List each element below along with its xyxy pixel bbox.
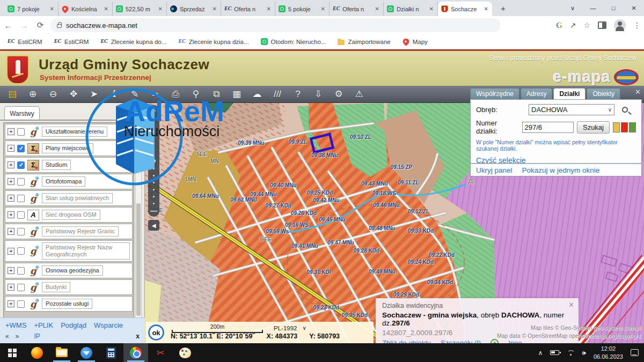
layer-checkbox[interactable] [17,145,25,152]
panel-close-button[interactable]: x [136,333,140,340]
ok-button[interactable]: ok [148,324,164,341]
bookmark-item[interactable]: EstiCRM [54,38,89,45]
layer-checkbox[interactable] [17,195,25,202]
bookmark-item[interactable]: Mapy [402,38,428,45]
tab-search-icon[interactable]: ∨ [562,5,583,12]
footer-link[interactable]: Podgląd [61,321,86,329]
scrollbar-thumb[interactable] [136,203,141,316]
layer-row[interactable]: +gOrtofotomapa [5,174,133,189]
layer-checkbox[interactable] [17,128,25,136]
zoom-level-dot[interactable] [153,189,155,190]
ip-link[interactable]: IP [34,333,40,340]
layer-row[interactable]: +ASieć drogowa OSM [5,207,133,223]
tab-obiekty[interactable]: Obiekty [587,88,620,99]
search-icon[interactable] [622,107,628,113]
volume-icon[interactable]: 🕪 [582,349,586,357]
print-icon[interactable]: ⎙ [170,89,181,100]
tab-warstwy[interactable]: Warstwy [4,106,40,120]
reload-icon[interactable]: ⟳ [32,20,48,30]
tab-close-icon[interactable]: ✕ [266,6,272,12]
expand-icon[interactable]: + [8,145,14,152]
layer-row[interactable]: +gPozostałe usługi [5,296,133,312]
menu-dots-icon[interactable]: ⋮ [633,21,641,29]
zoom-level-dot[interactable] [153,168,155,169]
back-icon[interactable]: ← [0,21,16,30]
expand-icon[interactable]: + [8,211,14,218]
browser-tab[interactable]: Oferta n✕ [330,2,384,16]
szukaj-button[interactable]: Szukaj [577,121,610,134]
zoom-in-icon[interactable]: ⊕ [27,88,39,100]
bookmark-item[interactable]: Otodom: Nierucho... [261,38,326,45]
tab-close-icon[interactable]: ✕ [49,6,55,12]
info-icon[interactable]: ℹ [108,88,120,100]
forward-icon[interactable]: → [16,21,32,30]
zoom-slider[interactable]: + — [148,105,159,217]
zoom-level-dot[interactable] [153,124,155,126]
tab-close-icon[interactable]: ✕ [320,6,326,12]
close-button[interactable]: ✕ [624,5,644,12]
hide-panel-link[interactable]: Ukryj panel [476,166,513,174]
layer-row[interactable]: +gPaństwowy Rejestr Nazw Geograficznych [5,240,133,262]
expand-icon[interactable]: + [8,267,14,274]
side-panel-icon[interactable] [598,21,606,29]
taskbar-clock[interactable]: 12:02 06.06.2023 [594,345,623,360]
browser-tab[interactable]: Działki n✕ [384,2,438,16]
tab-close-icon[interactable]: ✕ [212,6,217,12]
layer-row[interactable]: +ΣStudium [5,157,133,173]
layer-checkbox[interactable] [17,267,25,275]
layer-checkbox[interactable] [17,178,25,186]
expand-icon[interactable]: + [8,128,14,135]
expand-icon[interactable]: + [8,248,14,255]
zoom-level-dot[interactable] [153,131,155,133]
expand-icon[interactable]: + [8,161,14,168]
layer-row[interactable]: +gPaństwowy Rejestr Granic [5,224,133,239]
tab-działki[interactable]: Działki [553,88,586,99]
google-icon[interactable]: G [556,21,562,30]
bookmark-item[interactable]: EstiCRM [8,38,42,45]
expand-icon[interactable]: + [8,195,14,202]
explorer-icon[interactable] [49,343,74,362]
tab-close-icon[interactable]: ✕ [429,6,434,12]
settings-icon[interactable]: ⚙ [333,88,345,100]
footer-link[interactable]: Wsparcie [94,321,123,329]
expand-icon[interactable]: + [8,178,14,185]
nav-next-button[interactable]: » [16,333,19,340]
zoom-level-dot[interactable] [153,152,155,154]
info-panel-close-icon[interactable]: ✕ [568,301,574,309]
expand-icon[interactable]: + [8,284,14,291]
measure-icon[interactable]: /// [272,89,283,100]
search-panel-close-icon[interactable]: ✕ [635,88,641,96]
zoom-level-dot[interactable] [153,138,155,140]
tray-caret-icon[interactable]: ∧ [538,349,543,357]
nav-prev-button[interactable]: « [5,333,9,340]
download-icon[interactable]: ⇩ [312,88,324,100]
chrome-icon[interactable] [123,343,148,362]
wifi-icon[interactable] [567,350,574,356]
bookmark-item[interactable]: Zlecenie kupna do... [100,38,166,45]
layer-checkbox[interactable] [17,284,25,291]
layer-checkbox[interactable] [17,211,25,219]
zoom-level-dot[interactable] [153,117,155,119]
layer-row[interactable]: +gStan usług powiatowych [5,190,133,206]
tab-close-icon[interactable]: ✕ [484,6,489,12]
zoom-level-dot[interactable] [153,175,155,176]
snipping-tool-icon[interactable]: ✂ [148,343,173,362]
zoom-levels[interactable] [152,115,156,207]
link-icon[interactable]: ∞ [149,89,161,100]
calculator-icon[interactable] [99,343,123,362]
single-window-link[interactable]: Pokazuj w jednym oknie [522,166,600,174]
footer-link[interactable]: +WMS [5,321,26,329]
tab-współrzędne[interactable]: Współrzędne [470,88,519,99]
share-icon[interactable]: ↗ [570,21,576,29]
firefox-icon[interactable] [25,343,49,362]
url-field[interactable]: sochaczew.e-mapa.net [50,18,500,32]
browser-tab[interactable]: Oferta n✕ [221,2,275,16]
tab-close-icon[interactable]: ✕ [104,6,109,12]
zoom-level-dot[interactable] [153,203,155,204]
bookmark-item[interactable]: Zaimportowane [338,39,390,45]
layer-checkbox[interactable] [17,300,25,308]
layer-checkbox[interactable] [17,228,25,235]
zoom-out-slider-icon[interactable]: — [150,207,157,215]
numer-dzialki-input[interactable]: 297/6 [522,122,574,133]
select-icon[interactable]: ➤ [88,88,100,100]
